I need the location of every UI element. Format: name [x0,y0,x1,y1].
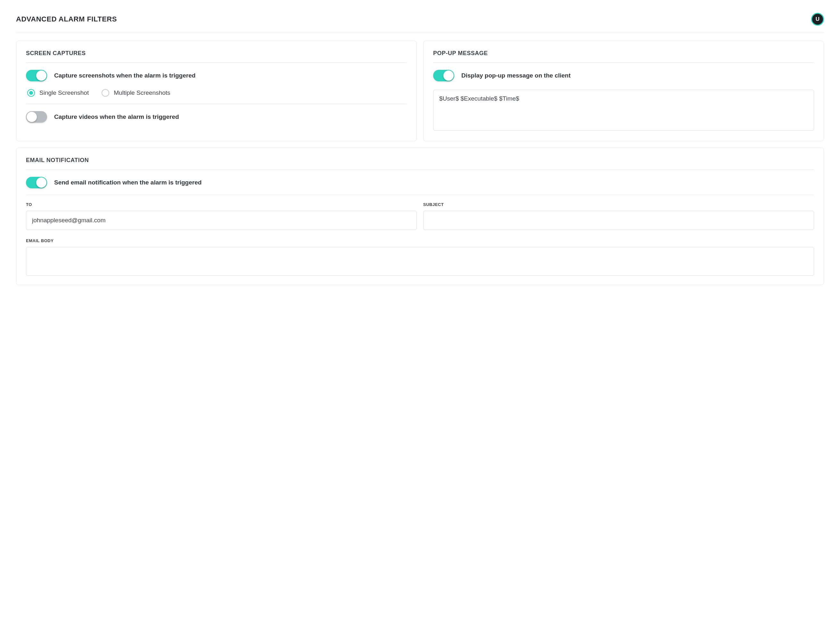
top-panels: SCREEN CAPTURES Capture screenshots when… [16,41,824,141]
email-subject-input[interactable] [423,211,814,230]
email-notification-title: EMAIL NOTIFICATION [26,157,814,164]
email-to-label: TO [26,202,417,207]
popup-message-textarea[interactable] [433,90,814,131]
avatar[interactable]: U [811,13,824,25]
email-notification-panel: EMAIL NOTIFICATION Send email notificati… [16,148,824,285]
display-popup-row: Display pop-up message on the client [433,63,814,88]
popup-message-title: POP-UP MESSAGE [433,50,814,57]
radio-single-screenshot[interactable]: Single Screenshot [27,89,89,97]
email-fields-row: TO SUBJECT [26,202,814,230]
email-body-field: EMAIL BODY [26,238,814,276]
send-email-label: Send email notification when the alarm i… [54,179,201,186]
send-email-toggle[interactable] [26,177,47,188]
radio-icon [101,89,109,97]
toggle-knob [27,112,37,122]
display-popup-label: Display pop-up message on the client [461,72,571,79]
email-body-label: EMAIL BODY [26,238,814,243]
radio-multiple-screenshots[interactable]: Multiple Screenshots [101,89,170,97]
popup-message-panel: POP-UP MESSAGE Display pop-up message on… [423,41,824,141]
radio-single-label: Single Screenshot [40,89,89,96]
email-subject-field: SUBJECT [423,202,814,230]
radio-multiple-label: Multiple Screenshots [114,89,170,96]
capture-videos-row: Capture videos when the alarm is trigger… [26,104,407,123]
page-title: ADVANCED ALARM FILTERS [16,15,117,24]
capture-videos-toggle[interactable] [26,111,47,123]
email-to-input[interactable] [26,211,417,230]
divider [26,195,814,195]
email-subject-label: SUBJECT [423,202,814,207]
capture-videos-label: Capture videos when the alarm is trigger… [54,114,179,120]
toggle-knob [36,177,46,188]
toggle-knob [443,71,454,81]
screen-captures-panel: SCREEN CAPTURES Capture screenshots when… [16,41,417,141]
send-email-row: Send email notification when the alarm i… [26,170,814,195]
radio-icon [27,89,35,97]
email-body-textarea[interactable] [26,247,814,276]
display-popup-toggle[interactable] [433,70,454,81]
capture-screenshots-toggle[interactable] [26,70,47,81]
toggle-knob [36,71,46,81]
capture-screenshots-row: Capture screenshots when the alarm is tr… [26,63,407,88]
email-to-field: TO [26,202,417,230]
screenshot-mode-radios: Single Screenshot Multiple Screenshots [26,88,407,104]
page-header: ADVANCED ALARM FILTERS U [16,13,824,33]
screen-captures-title: SCREEN CAPTURES [26,50,407,57]
capture-screenshots-label: Capture screenshots when the alarm is tr… [54,72,195,79]
